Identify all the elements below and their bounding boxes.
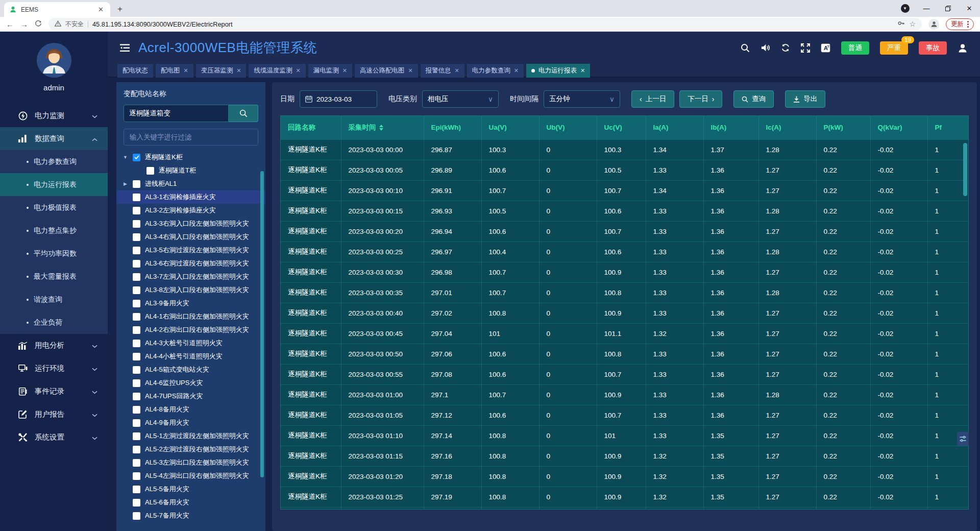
menu-fold-icon[interactable] [120,44,130,52]
url-bar[interactable]: 不安全 45.81.195.134:8090/3000WEBV2/Electri… [48,18,922,30]
checkbox[interactable] [133,313,140,321]
workspace-tab[interactable]: 高速公路配电图✕ [355,64,418,78]
alarm-severe-button[interactable]: 严重 19 [880,41,908,55]
tree-node[interactable]: ▶进线柜AL1 [116,177,265,190]
checkbox[interactable] [133,419,140,427]
caret-right-icon[interactable]: ▶ [122,181,128,186]
bookmark-star-icon[interactable]: ☆ [909,20,916,28]
sidebar-item-env[interactable]: 运行环境 [0,357,108,380]
sidebar-item-report[interactable]: 用户报告 [0,403,108,426]
checkbox[interactable] [133,194,140,201]
chrome-update-button[interactable]: 更新 [946,18,974,30]
checkbox[interactable] [133,366,140,374]
checkbox[interactable] [133,499,140,506]
interval-select[interactable]: 五分钟 ∨ [544,90,620,108]
tab-close-icon[interactable]: ✕ [342,67,347,74]
checkbox[interactable] [133,300,140,307]
tab-close-icon[interactable]: ✕ [96,6,105,13]
tree-node[interactable]: AL3-2左洞检修插座火灾 [116,204,265,217]
forward-icon[interactable]: → [20,20,28,29]
checkbox[interactable] [133,486,140,493]
workspace-tab[interactable]: 电力运行报表✕ [526,64,590,78]
search-icon[interactable] [741,43,750,53]
checkbox[interactable] [133,273,140,281]
submenu-item[interactable]: 企业负荷 [0,311,108,334]
date-picker[interactable]: 2023-03-03 [300,90,377,108]
tree-node[interactable]: AL5-3左洞出口段左侧加强照明火灾 [116,456,265,469]
alarm-accident-button[interactable]: 事故 [919,41,947,55]
tree-node[interactable]: AL4-9备用火灾 [116,416,265,429]
checkbox[interactable] [133,406,140,414]
tree-node[interactable]: AL4-4小桩号引道照明火灾 [116,350,265,363]
checkbox[interactable] [133,432,140,440]
tree-node[interactable]: AL4-3大桩号引道照明火灾 [116,336,265,350]
tree-node[interactable]: AL4-6监控UPS火灾 [116,376,265,390]
tree-node[interactable]: AL4-1右洞出口段左侧加强照明火灾 [116,310,265,323]
checkbox[interactable] [133,286,140,294]
checkbox[interactable] [133,340,140,347]
fullscreen-icon[interactable] [801,43,810,53]
workspace-tab[interactable]: 电力参数查询✕ [467,64,524,78]
column-header[interactable]: 采集时间 [341,116,424,139]
sidebar-item-settings[interactable]: 系统设置 [0,426,108,449]
sidebar-item-usage-analysis[interactable]: 用电分析 [0,334,108,357]
checkbox[interactable] [133,459,140,467]
tree-node[interactable]: AL4-2右洞出口段右侧加强照明火灾 [116,323,265,336]
submenu-item[interactable]: 平均功率因数 [0,242,108,265]
tree-node[interactable]: AL3-8左洞入口段右侧加强照明火灾 [116,283,265,297]
tree-node[interactable]: AL5-1左洞过渡段左侧加强照明火灾 [116,429,265,443]
restore-button[interactable] [937,0,959,17]
submenu-item[interactable]: 电力整点集抄 [0,219,108,242]
checkbox[interactable] [133,393,140,400]
checkbox[interactable] [133,247,140,254]
workspace-tab[interactable]: 变压器监测✕ [196,64,247,78]
tab-close-icon[interactable]: ✕ [236,67,241,74]
tree-node[interactable]: AL3-4右洞入口段右侧加强照明火灾 [116,230,265,244]
workspace-tab[interactable]: 报警信息✕ [421,64,464,78]
refresh-icon[interactable] [781,43,790,52]
minimize-button[interactable]: — [916,0,937,17]
tree-filter-input[interactable] [124,129,258,146]
tree-node[interactable]: AL3-7左洞入口段左侧加强照明火灾 [116,270,265,283]
tree-node[interactable]: AL5-2左洞过渡段右侧加强照明火灾 [116,443,265,456]
tree-node[interactable]: AL4-5箱式变电站火灾 [116,363,265,376]
station-search-button[interactable] [229,105,258,122]
workspace-tab[interactable]: 线缆温度监测✕ [249,64,305,78]
tab-close-icon[interactable]: ✕ [408,67,412,74]
user-avatar[interactable] [37,43,71,78]
tree-node[interactable]: 逐桐隧道T柜 [116,164,265,177]
checkbox[interactable] [133,154,140,161]
checkbox[interactable] [133,233,140,241]
tree-node[interactable]: AL5-4左洞出口段右侧加强照明火灾 [116,469,265,482]
tree-scrollbar[interactable] [260,171,264,477]
tree-node[interactable]: AL5-5备用火灾 [116,482,265,496]
checkbox[interactable] [133,512,140,520]
sort-icon[interactable] [379,125,383,131]
caret-down-icon[interactable]: ▼ [122,155,128,160]
query-button[interactable]: 查询 [733,90,774,108]
tree-node[interactable]: AL4-8备用火灾 [116,403,265,416]
close-window-button[interactable]: ✕ [959,0,980,17]
checkbox[interactable] [133,326,140,334]
alarm-normal-button[interactable]: 普通 [841,41,869,55]
tree-node[interactable]: ▼逐桐隧道K柜 [116,151,265,164]
tree-node[interactable]: AL5-6备用火灾 [116,496,265,509]
tab-close-icon[interactable]: ✕ [296,67,300,74]
station-search-input[interactable] [124,105,229,122]
checkbox[interactable] [133,260,140,268]
back-icon[interactable]: ← [6,20,14,29]
checkbox[interactable] [133,207,140,214]
next-day-button[interactable]: 下一日 › [679,90,722,108]
submenu-item[interactable]: 电力极值报表 [0,196,108,219]
security-label[interactable]: 不安全 [65,20,84,29]
browser-menu-icon[interactable] [967,21,969,28]
workspace-tab[interactable]: 配电状态 [117,64,153,78]
prev-day-button[interactable]: ‹ 上一日 [631,90,674,108]
export-button[interactable]: 导出 [785,90,825,108]
checkbox[interactable] [133,472,140,480]
sidebar-item-power-monitor[interactable]: 电力监测 [0,104,108,127]
table-scrollbar[interactable] [963,143,967,196]
sidebar-item-data-query[interactable]: 数据查询 [0,127,108,150]
tab-close-icon[interactable]: ✕ [580,67,585,74]
browser-profile-avatar[interactable] [928,19,939,30]
